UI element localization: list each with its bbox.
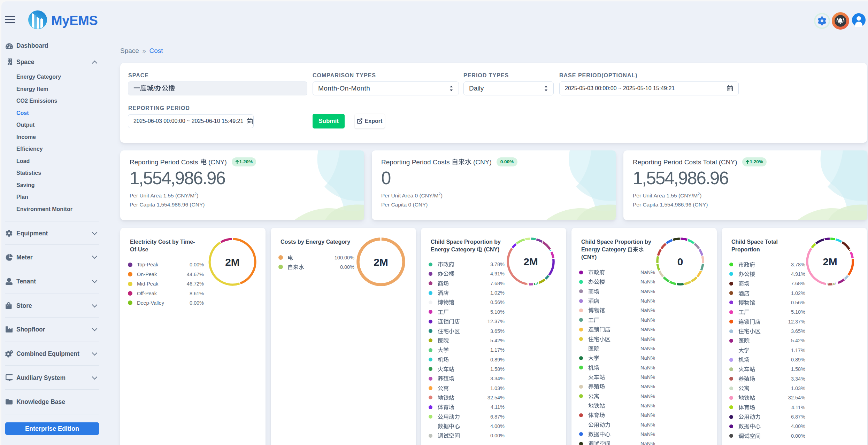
svg-text:2M: 2M bbox=[374, 256, 388, 268]
svg-text:2M: 2M bbox=[823, 256, 837, 267]
svg-text:0: 0 bbox=[677, 256, 683, 267]
svg-text:2M: 2M bbox=[523, 256, 538, 267]
svg-text:2M: 2M bbox=[225, 256, 240, 268]
